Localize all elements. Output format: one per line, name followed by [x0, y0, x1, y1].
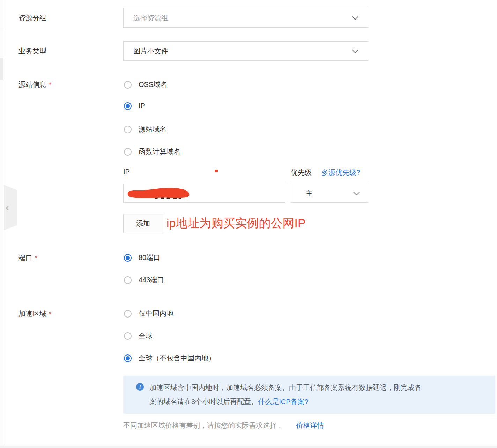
- origin-info-label: 源站信息*: [18, 80, 51, 89]
- origin-option-ip[interactable]: IP: [124, 102, 145, 110]
- chevron-down-icon: [352, 47, 358, 53]
- business-type-select[interactable]: 图片小文件: [123, 41, 368, 61]
- priority-select[interactable]: 主: [291, 184, 368, 203]
- radio-icon[interactable]: [124, 148, 132, 156]
- port-option-443[interactable]: 443端口: [124, 275, 164, 285]
- port-option-80[interactable]: 80端口: [124, 253, 160, 262]
- ip-input[interactable]: [123, 184, 285, 203]
- info-icon: i: [136, 383, 144, 391]
- radio-icon[interactable]: [124, 332, 132, 340]
- required-asterisk: *: [35, 255, 37, 262]
- required-asterisk: *: [49, 311, 51, 318]
- required-dot: [215, 170, 218, 172]
- origin-option-origin-domain[interactable]: 源站域名: [124, 125, 166, 134]
- required-asterisk: *: [49, 81, 51, 88]
- region-option-global[interactable]: 全球: [124, 331, 153, 341]
- region-option-mainland[interactable]: 仅中国内地: [124, 309, 173, 318]
- page-left-edge-divider: [0, 30, 3, 30]
- priority-label: 优先级: [291, 168, 312, 177]
- port-label: 端口*: [18, 253, 37, 263]
- radio-icon[interactable]: [124, 354, 132, 362]
- radio-icon[interactable]: [124, 102, 132, 110]
- icp-notice-text: 加速区域含中国内地时，加速域名必须备案。由于工信部备案系统有数据延迟，刚完成备 …: [149, 381, 490, 409]
- pricing-details-link[interactable]: 价格详情: [296, 421, 324, 429]
- chevron-left-icon: ‹: [6, 201, 9, 213]
- chevron-down-icon: [353, 189, 359, 195]
- region-option-global-ex-mainland[interactable]: 全球（不包含中国内地）: [124, 353, 215, 363]
- handwritten-annotation: ip地址为购买实例的公网IP: [166, 215, 306, 231]
- page-bottom-edge: [0, 446, 497, 448]
- radio-icon[interactable]: [124, 310, 132, 318]
- what-is-icp-link[interactable]: 什么是ICP备案?: [258, 398, 308, 405]
- origin-option-oss[interactable]: OSS域名: [124, 80, 167, 89]
- resource-group-label: 资源分组: [18, 13, 46, 23]
- radio-icon[interactable]: [124, 254, 132, 262]
- region-label: 加速区域*: [18, 309, 51, 319]
- panel-collapse-handle[interactable]: ‹: [4, 185, 17, 230]
- radio-icon[interactable]: [124, 81, 132, 89]
- page-left-edge-block: [0, 58, 3, 80]
- redaction-scribble: [124, 187, 194, 202]
- multi-origin-priority-link[interactable]: 多源优先级?: [321, 168, 360, 177]
- ip-field-label: IP: [123, 168, 130, 176]
- add-ip-button[interactable]: 添加: [123, 214, 163, 233]
- resource-group-placeholder: 选择资源组: [124, 13, 168, 23]
- radio-icon[interactable]: [124, 126, 132, 133]
- cdn-domain-form-page: ‹ 资源分组 选择资源组 业务类型 图片小文件 源站信息* OSS域名 IP 源…: [0, 0, 497, 448]
- business-type-value: 图片小文件: [124, 46, 168, 56]
- resource-group-select[interactable]: 选择资源组: [123, 8, 368, 28]
- chevron-down-icon: [352, 14, 358, 20]
- origin-option-fc-domain[interactable]: 函数计算域名: [124, 147, 180, 156]
- radio-icon[interactable]: [124, 276, 132, 284]
- icp-notice-box: i 加速区域含中国内地时，加速域名必须备案。由于工信部备案系统有数据延迟，刚完成…: [123, 376, 495, 414]
- business-type-label: 业务类型: [18, 46, 46, 56]
- priority-value: 主: [291, 189, 313, 198]
- pricing-note: 不同加速区域价格有差别，请按您的实际需求选择 。价格详情: [123, 421, 324, 430]
